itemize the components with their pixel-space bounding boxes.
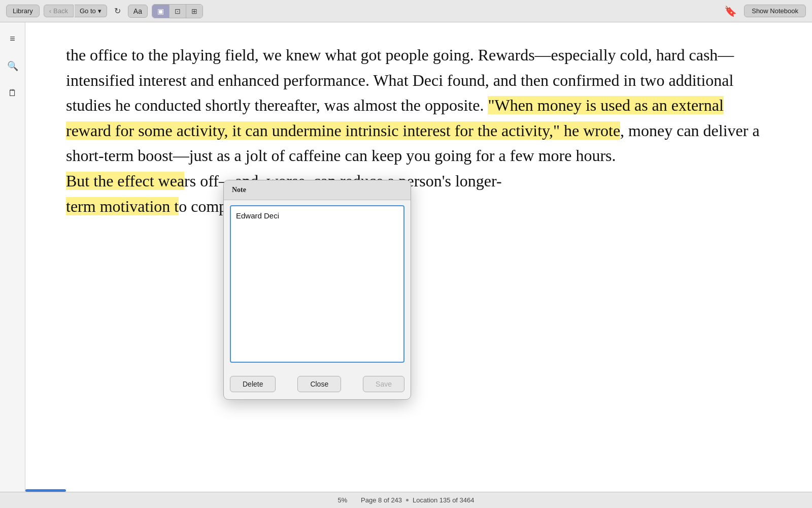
back-button[interactable]: ‹ Back — [44, 5, 74, 17]
content-paragraph: the office to the playing field, we knew… — [66, 43, 771, 169]
nav-group: ‹ Back Go to ▾ — [44, 5, 107, 17]
page-info: Page 8 of 243 — [361, 496, 402, 504]
text-highlighted-effect: But the effect wea — [66, 172, 184, 190]
note-delete-button[interactable]: Delete — [230, 376, 276, 392]
goto-button[interactable]: Go to ▾ — [75, 5, 107, 17]
back-arrow-icon: ‹ — [49, 7, 51, 15]
view-single-icon: ▣ — [157, 7, 164, 15]
note-close-button[interactable]: Close — [297, 376, 341, 392]
content-paragraph-3: term motivation to complete. — [66, 194, 771, 219]
refresh-button[interactable]: ↻ — [111, 4, 124, 18]
status-separator-1 — [351, 496, 357, 504]
note-dialog: Note Edward Deci Delete Close Save — [223, 180, 411, 400]
note-textarea[interactable]: Edward Deci — [230, 205, 404, 363]
notes-icon[interactable]: 🗒 — [5, 85, 20, 102]
note-dialog-footer: Delete Close Save — [224, 376, 411, 399]
toolbar: Library ‹ Back Go to ▾ ↻ Aa ▣ ⊡ ⊞ 🔖 Show… — [0, 0, 812, 22]
book-content: 🗒 the office to the playing field, we kn… — [25, 22, 812, 492]
zoom-level: 5% — [337, 496, 347, 504]
bookmark-icon: 🔖 — [724, 6, 737, 17]
main-area: ≡ 🔍 🗒 🗒 the office to the playing field,… — [0, 22, 812, 492]
refresh-icon: ↻ — [114, 7, 121, 15]
text-highlighted-intrinsic: it can undermine intrinsic interest for … — [228, 121, 621, 140]
bookmark-button[interactable]: 🔖 — [721, 3, 740, 19]
note-save-button[interactable]: Save — [363, 376, 404, 392]
font-button[interactable]: Aa — [128, 5, 148, 18]
view-grid-button[interactable]: ⊞ — [186, 5, 202, 18]
view-double-icon: ⊡ — [175, 7, 181, 15]
note-dialog-title: Note — [224, 180, 411, 200]
goto-arrow-icon: ▾ — [98, 7, 101, 15]
content-paragraph-2: But the effect wears off—and, worse, can… — [66, 169, 771, 194]
search-icon[interactable]: 🔍 — [4, 57, 21, 75]
note-dialog-body: Edward Deci — [224, 200, 411, 376]
text-highlighted-motivation: term motivation t — [66, 197, 179, 215]
view-grid-icon: ⊞ — [191, 7, 197, 15]
location-info: Location 135 of 3464 — [413, 496, 474, 504]
sidebar: ≡ 🔍 🗒 — [0, 22, 25, 492]
view-double-button[interactable]: ⊡ — [170, 5, 186, 18]
scroll-indicator[interactable] — [25, 489, 66, 492]
view-single-button[interactable]: ▣ — [152, 5, 170, 18]
status-dot-1 — [406, 499, 409, 501]
menu-icon[interactable]: ≡ — [7, 30, 18, 47]
status-bar: 5% Page 8 of 243 Location 135 of 3464 — [0, 492, 812, 508]
library-button[interactable]: Library — [6, 5, 40, 17]
show-notebook-button[interactable]: Show Notebook — [744, 5, 806, 17]
view-mode-group: ▣ ⊡ ⊞ — [152, 4, 203, 18]
